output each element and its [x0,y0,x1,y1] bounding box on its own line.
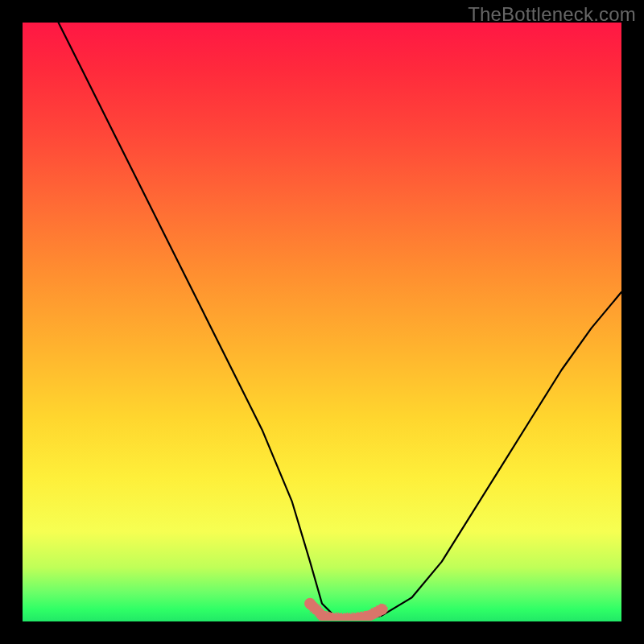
bottleneck-curve [59,23,621,618]
chart-frame: TheBottleneck.com [0,0,644,644]
plot-area [23,23,621,621]
highlight-end-right [376,604,387,615]
curve-svg [23,23,621,621]
highlight-end-left [304,598,316,609]
bottom-highlight-band [310,604,382,619]
